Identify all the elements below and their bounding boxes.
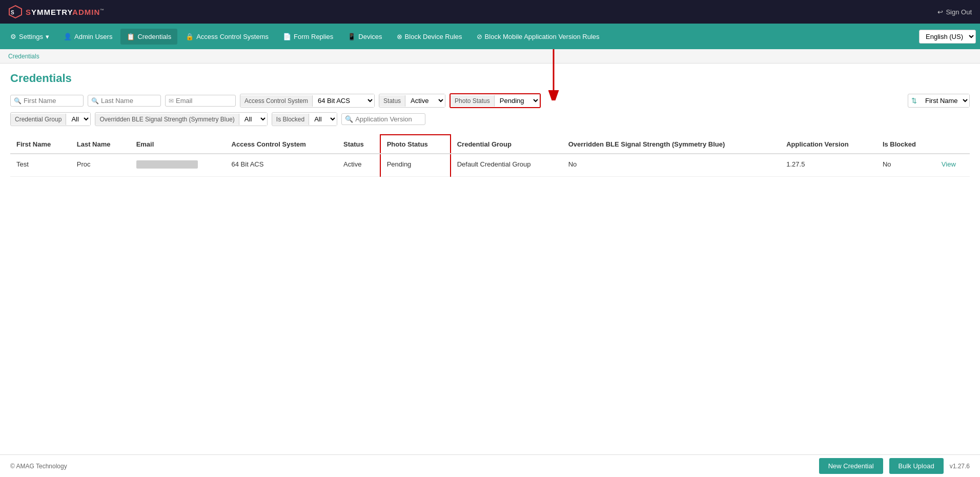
ble-filter: Overridden BLE Signal Strength (Symmetry… bbox=[95, 112, 267, 126]
photo-status-filter-select[interactable]: Pending Approved Rejected bbox=[495, 94, 540, 107]
app-version-input[interactable] bbox=[355, 115, 422, 123]
logo: S SYMMETRYADMIN™ bbox=[8, 5, 105, 19]
sign-out-button[interactable]: ↩ Sign Out bbox=[937, 8, 972, 16]
breadcrumb-credentials[interactable]: Credentials bbox=[8, 53, 39, 60]
block-device-icon: ⊗ bbox=[397, 33, 402, 40]
app-version-search-icon: 🔍 bbox=[345, 115, 353, 123]
nav-form-replies[interactable]: 📄 Form Replies bbox=[277, 29, 339, 45]
nav-acs[interactable]: 🔒 Access Control Systems bbox=[179, 29, 275, 45]
first-name-filter: 🔍 bbox=[10, 95, 84, 107]
nav-devices-label: Devices bbox=[358, 33, 382, 40]
credential-group-filter: Credential Group All bbox=[10, 112, 91, 126]
email-input[interactable] bbox=[176, 97, 232, 105]
sign-out-icon: ↩ bbox=[937, 8, 943, 16]
nav-form-replies-label: Form Replies bbox=[294, 33, 333, 40]
col-header-ble: Overridden BLE Signal Strength (Symmetry… bbox=[562, 135, 781, 154]
logo-text: SYMMETRYADMIN™ bbox=[26, 8, 105, 16]
devices-icon: 📱 bbox=[348, 33, 356, 40]
col-header-status: Status bbox=[337, 135, 380, 154]
acs-filter: Access Control System 64 Bit ACS bbox=[240, 94, 375, 108]
nav-admin-users[interactable]: 👤 Admin Users bbox=[57, 29, 118, 45]
acs-nav-icon: 🔒 bbox=[186, 33, 194, 40]
photo-status-filter: Photo Status Pending Approved Rejected bbox=[450, 93, 541, 108]
cell-first-name: Test bbox=[10, 154, 71, 177]
cell-credential-group: Default Credential Group bbox=[451, 154, 562, 177]
nav-block-device-rules-label: Block Device Rules bbox=[405, 33, 462, 40]
sort-icon: ⇅ bbox=[908, 95, 920, 107]
credentials-table: First Name Last Name Email Access Contro… bbox=[10, 134, 970, 177]
main-content: Credentials 🔍 🔍 ✉ Access Control System … bbox=[0, 64, 980, 208]
nav-bar: ⚙ Settings ▾ 👤 Admin Users 📋 Credentials… bbox=[0, 24, 980, 49]
status-filter-select[interactable]: Active Inactive bbox=[405, 94, 445, 107]
col-header-photo-status: Photo Status bbox=[380, 135, 451, 154]
credentials-icon: 📋 bbox=[127, 33, 135, 40]
status-filter-label: Status bbox=[379, 95, 405, 107]
nav-devices[interactable]: 📱 Devices bbox=[341, 29, 388, 45]
settings-dropdown-icon: ▾ bbox=[46, 33, 49, 40]
table-header-row: First Name Last Name Email Access Contro… bbox=[10, 135, 970, 154]
cell-email bbox=[130, 154, 226, 177]
col-header-email: Email bbox=[130, 135, 226, 154]
table-row: Test Proc 64 Bit ACS Active Pending Defa… bbox=[10, 154, 970, 177]
logo-icon: S bbox=[8, 5, 23, 19]
language-select[interactable]: English (US) bbox=[919, 30, 976, 44]
app-version-filter: 🔍 bbox=[341, 113, 425, 125]
cell-is-blocked: No bbox=[876, 154, 935, 177]
col-header-is-blocked: Is Blocked bbox=[876, 135, 935, 154]
cell-view[interactable]: View bbox=[935, 154, 970, 177]
nav-acs-label: Access Control Systems bbox=[196, 33, 269, 40]
top-bar: S SYMMETRYADMIN™ ↩ Sign Out bbox=[0, 0, 980, 24]
filters-row-2: Credential Group All Overridden BLE Sign… bbox=[10, 112, 970, 126]
col-header-first-name: First Name bbox=[10, 135, 71, 154]
acs-filter-label: Access Control System bbox=[240, 95, 313, 107]
col-header-acs: Access Control System bbox=[226, 135, 338, 154]
nav-admin-users-label: Admin Users bbox=[74, 33, 112, 40]
nav-settings-label: Settings bbox=[19, 33, 43, 40]
last-name-input[interactable] bbox=[101, 97, 157, 105]
admin-users-icon: 👤 bbox=[64, 33, 72, 40]
is-blocked-label: Is Blocked bbox=[272, 114, 309, 125]
nav-block-mobile-rules-label: Block Mobile Application Version Rules bbox=[485, 33, 600, 40]
email-filter: ✉ bbox=[165, 95, 236, 107]
nav-block-mobile-rules[interactable]: ⊘ Block Mobile Application Version Rules bbox=[471, 29, 606, 45]
email-redacted bbox=[136, 160, 198, 169]
col-header-credential-group: Credential Group bbox=[451, 135, 562, 154]
nav-block-device-rules[interactable]: ⊗ Block Device Rules bbox=[391, 29, 468, 45]
form-replies-icon: 📄 bbox=[283, 33, 291, 40]
nav-right: English (US) bbox=[919, 30, 976, 44]
col-header-last-name: Last Name bbox=[71, 135, 130, 154]
settings-icon: ⚙ bbox=[10, 33, 16, 40]
cell-photo-status: Pending bbox=[380, 154, 451, 177]
last-name-filter: 🔍 bbox=[88, 95, 161, 107]
page-title: Credentials bbox=[10, 72, 970, 85]
col-header-app-version: Application Version bbox=[780, 135, 876, 154]
svg-text:S: S bbox=[11, 10, 14, 15]
photo-status-filter-label: Photo Status bbox=[451, 95, 495, 107]
first-name-search-icon: 🔍 bbox=[14, 97, 22, 105]
cell-status: Active bbox=[337, 154, 380, 177]
last-name-search-icon: 🔍 bbox=[91, 97, 99, 105]
sort-select[interactable]: First Name Last Name bbox=[920, 94, 969, 107]
cell-app-version: 1.27.5 bbox=[780, 154, 876, 177]
col-header-actions bbox=[935, 135, 970, 154]
nav-credentials-label: Credentials bbox=[137, 33, 171, 40]
first-name-input[interactable] bbox=[24, 97, 80, 105]
nav-credentials[interactable]: 📋 Credentials bbox=[120, 29, 177, 45]
sign-out-label: Sign Out bbox=[946, 8, 972, 16]
is-blocked-select[interactable]: All Yes No bbox=[309, 113, 337, 126]
status-filter: Status Active Inactive bbox=[379, 94, 445, 108]
acs-filter-select[interactable]: 64 Bit ACS bbox=[313, 94, 374, 107]
breadcrumb: Credentials bbox=[0, 49, 980, 64]
block-mobile-icon: ⊘ bbox=[477, 33, 482, 40]
nav-settings[interactable]: ⚙ Settings ▾ bbox=[4, 29, 55, 45]
cell-acs: 64 Bit ACS bbox=[226, 154, 338, 177]
email-search-icon: ✉ bbox=[169, 97, 174, 105]
credential-group-select[interactable]: All bbox=[66, 113, 90, 126]
ble-filter-select[interactable]: All Yes No bbox=[239, 113, 267, 126]
cell-ble: No bbox=[562, 154, 781, 177]
ble-filter-label: Overridden BLE Signal Strength (Symmetry… bbox=[95, 114, 239, 125]
view-link[interactable]: View bbox=[942, 160, 956, 168]
cell-last-name: Proc bbox=[71, 154, 130, 177]
credential-group-label: Credential Group bbox=[11, 114, 66, 125]
filters-row-1: 🔍 🔍 ✉ Access Control System 64 Bit ACS S… bbox=[10, 93, 970, 108]
